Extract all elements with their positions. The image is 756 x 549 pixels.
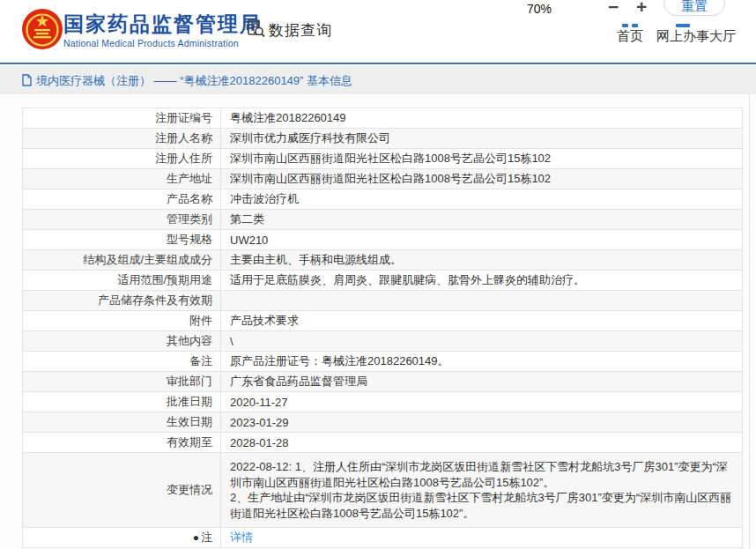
row-label: 审批部门 — [23, 372, 221, 391]
row-value: 适用于足底筋膜炎、肩周炎、跟腱肌腱病、肱骨外上髁炎的辅助治疗。 — [221, 271, 742, 290]
row-value: 2022-08-12: 1、注册人住所由“深圳市龙岗区坂田街道新雪社区下雪村龙船… — [221, 453, 742, 527]
row-label: 型号规格 — [23, 230, 221, 249]
table-row: 变更情况2022-08-12: 1、注册人住所由“深圳市龙岗区坂田街道新雪社区下… — [23, 453, 742, 528]
row-label: 适用范围/预期用途 — [23, 271, 221, 290]
row-value — [221, 291, 742, 310]
table-row: 型号规格UW210 — [23, 230, 742, 250]
row-value: 2023-01-29 — [221, 412, 742, 432]
row-value: 2028-01-28 — [221, 433, 742, 452]
table-row: 产品名称冲击波治疗机 — [23, 189, 742, 210]
row-value: 深圳市优力威医疗科技有限公司 — [221, 129, 742, 148]
site-header: 国家药品监督管理局 National Medical Products Admi… — [0, 0, 756, 64]
row-value: 2020-11-27 — [221, 392, 742, 412]
table-row: ●注详情 — [23, 528, 742, 548]
details-link[interactable]: 详情 — [230, 530, 253, 545]
table-row: 生产地址深圳市南山区西丽街道阳光社区松白路1008号艺晶公司15栋102 — [23, 169, 742, 189]
row-value: 第二类 — [221, 210, 742, 229]
home-icon — [632, 24, 638, 27]
row-label: 有效期至 — [23, 433, 221, 452]
row-value: 主要由主机、手柄和电源线组成。 — [221, 250, 742, 270]
breadcrumb-text: 境内医疗器械（注册） —— “粤械注准20182260149” 基本信息 — [36, 73, 352, 89]
table-row: 备注原产品注册证号：粤械注准20182260149。 — [23, 352, 742, 372]
agency-name-zh: 国家药品监督管理局 — [63, 11, 262, 36]
table-row: 附件产品技术要求 — [23, 311, 742, 331]
service-hall-icon — [676, 24, 690, 27]
row-label: 产品储存条件及有效期 — [23, 291, 221, 310]
row-label: 生产地址 — [23, 169, 221, 189]
table-row: 批准日期2020-11-27 — [23, 392, 742, 412]
row-label: 注册人名称 — [23, 129, 221, 148]
table-row: 审批部门广东省食品药品监督管理局 — [23, 372, 742, 392]
data-query-icon — [246, 19, 265, 41]
scroll-edge-line — [749, 94, 750, 549]
row-label: 其他内容 — [23, 331, 221, 351]
table-row: 产品储存条件及有效期 — [23, 291, 742, 311]
zoom-in-button[interactable]: + — [636, 0, 647, 16]
table-row: 其他内容\ — [23, 331, 742, 352]
row-label: 注册人住所 — [23, 149, 221, 168]
row-value: 原产品注册证号：粤械注准20182260149。 — [221, 352, 742, 371]
agency-title-block: 国家药品监督管理局 National Medical Products Admi… — [63, 11, 262, 48]
data-query-menu[interactable]: 数据查询 — [246, 19, 332, 41]
reset-button[interactable]: 重置 — [663, 0, 725, 16]
row-value: 广东省食品药品监督管理局 — [221, 372, 742, 391]
zoom-out-button[interactable]: − — [608, 0, 619, 16]
content-area: 境内医疗器械（注册） —— “粤械注准20182260149” 基本信息 注册证… — [0, 66, 756, 549]
row-label: 备注 — [23, 352, 221, 371]
row-label: 注册证编号 — [23, 108, 221, 128]
document-icon — [22, 74, 32, 89]
row-value: 产品技术要求 — [221, 311, 742, 330]
row-label: 产品名称 — [23, 189, 221, 209]
row-value: 详情 — [221, 528, 742, 547]
home-icon — [622, 24, 628, 27]
note-icon: ● — [193, 532, 199, 543]
row-value: 粤械注准20182260149 — [221, 108, 742, 128]
row-label: 结构及组成/主要组成成分 — [23, 250, 221, 270]
table-row: 有效期至2028-01-28 — [23, 433, 742, 453]
table-row: 注册人名称深圳市优力威医疗科技有限公司 — [23, 129, 742, 149]
row-label: 附件 — [23, 311, 221, 330]
row-label: 批准日期 — [23, 392, 221, 412]
table-row: 注册人住所深圳市南山区西丽街道阳光社区松白路1008号艺晶公司15栋102 — [23, 149, 742, 169]
info-table: 注册证编号粤械注准20182260149注册人名称深圳市优力威医疗科技有限公司注… — [22, 108, 743, 548]
agency-name-en: National Medical Products Administration — [63, 38, 262, 48]
row-label: 管理类别 — [23, 210, 221, 229]
zoom-level-indicator: 70% — [527, 2, 552, 16]
table-row: 适用范围/预期用途适用于足底筋膜炎、肩周炎、跟腱肌腱病、肱骨外上髁炎的辅助治疗。 — [23, 271, 742, 291]
breadcrumb: 境内医疗器械（注册） —— “粤械注准20182260149” 基本信息 — [22, 73, 352, 89]
row-value: \ — [221, 331, 742, 351]
row-value: 深圳市南山区西丽街道阳光社区松白路1008号艺晶公司15栋102 — [221, 149, 742, 168]
nav-home[interactable]: 首页 — [617, 28, 643, 45]
national-emblem-logo — [21, 8, 63, 50]
table-row: 生效日期2023-01-29 — [23, 412, 742, 433]
row-label: ●注 — [23, 528, 221, 547]
row-label: 生效日期 — [23, 412, 221, 432]
data-query-label: 数据查询 — [269, 20, 332, 41]
table-row: 管理类别第二类 — [23, 210, 742, 230]
row-label: 变更情况 — [23, 453, 221, 527]
row-value: UW210 — [221, 230, 742, 249]
table-row: 结构及组成/主要组成成分主要由主机、手柄和电源线组成。 — [23, 250, 742, 271]
page: 国家药品监督管理局 National Medical Products Admi… — [0, 0, 756, 549]
table-row: 注册证编号粤械注准20182260149 — [23, 108, 742, 129]
nav-service-hall[interactable]: 网上办事大厅 — [656, 28, 736, 45]
row-value: 冲击波治疗机 — [221, 189, 742, 209]
row-value: 深圳市南山区西丽街道阳光社区松白路1008号艺晶公司15栋102 — [221, 169, 742, 189]
